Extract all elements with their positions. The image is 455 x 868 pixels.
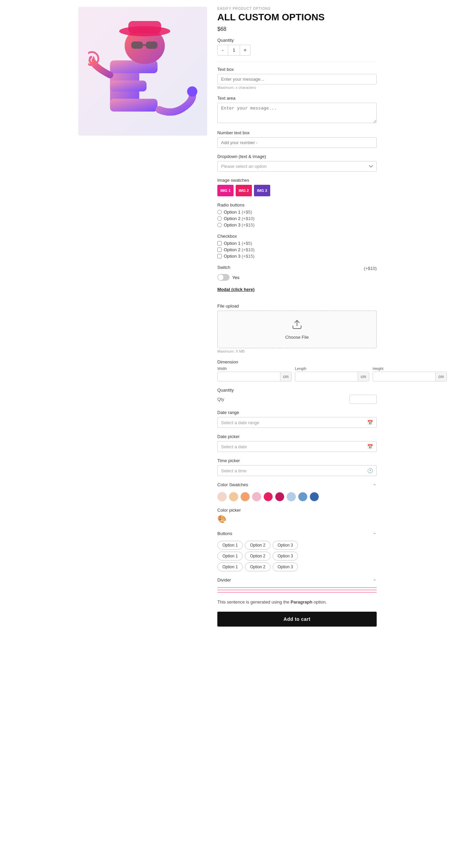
buttons-header[interactable]: Buttons ⌃	[217, 531, 377, 538]
color-swatches-header[interactable]: Color Swatches ⌃	[217, 482, 377, 489]
btn-row1-opt1[interactable]: Option 1	[217, 541, 243, 550]
btn-row2-opt3[interactable]: Option 3	[273, 552, 298, 560]
svg-rect-6	[128, 21, 161, 33]
color-swatch-1[interactable]	[217, 492, 227, 501]
textbox-input[interactable]	[217, 74, 377, 84]
color-swatch-2[interactable]	[229, 492, 238, 501]
color-swatches-grid	[217, 492, 377, 501]
checkbox-option-1: Option 1 (+$5)	[217, 241, 377, 246]
color-picker-section: Color picker 🎨	[217, 508, 377, 525]
file-upload-label: File upload	[217, 303, 377, 309]
radio-buttons-label: Radio buttons	[217, 202, 377, 208]
toggle-switch[interactable]	[217, 274, 230, 281]
img-swatch-3[interactable]: IMG 3	[254, 185, 270, 196]
color-picker-button[interactable]: 🎨	[217, 515, 228, 525]
width-input[interactable]	[218, 372, 280, 381]
date-picker-input[interactable]: Select a date 📅	[217, 441, 377, 452]
btn-row2-opt2[interactable]: Option 2	[245, 552, 270, 560]
color-swatch-6[interactable]	[275, 492, 284, 501]
checkbox-input-2[interactable]	[217, 248, 222, 252]
height-input[interactable]	[373, 372, 435, 381]
divider-header[interactable]: Divider ⌃	[217, 577, 377, 585]
color-swatch-8[interactable]	[298, 492, 308, 501]
switch-price: (+$10)	[364, 266, 377, 271]
buttons-label: Buttons	[217, 531, 232, 536]
radio-buttons-section: Radio buttons Option 1 (+$5) Option 2 (+…	[217, 202, 377, 228]
number-textbox-input[interactable]	[217, 137, 377, 148]
qty-decrement-button[interactable]: -	[218, 45, 228, 55]
btn-row3-opt1[interactable]: Option 1	[217, 563, 243, 571]
dropdown-select[interactable]: Please select an option Option 1 Option …	[217, 161, 377, 172]
time-picker-input[interactable]: Select a time 🕐	[217, 465, 377, 476]
date-range-input[interactable]: Select a date range 📅	[217, 417, 377, 428]
date-picker-section: Date picker Select a date 📅	[217, 434, 377, 452]
color-picker-label: Color picker	[217, 508, 377, 513]
textbox-label: Text box	[217, 67, 377, 72]
add-to-cart-button[interactable]: Add to cart	[217, 612, 377, 627]
quantity2-label: Quantity	[217, 388, 377, 393]
radio-option-2: Option 2 (+$10)	[217, 216, 377, 221]
length-input[interactable]	[295, 372, 358, 381]
checkbox-label: Checkbox	[217, 234, 377, 239]
file-upload-box[interactable]: Choose File	[217, 311, 377, 348]
dimension-row: Width cm Length cm Height	[217, 367, 377, 381]
btn-row2-opt1[interactable]: Option 1	[217, 552, 243, 560]
textarea-input[interactable]	[217, 103, 377, 123]
divider-section: Divider ⌃	[217, 577, 377, 593]
switch-section: Switch (+$10) Yes	[217, 265, 377, 281]
paragraph-text: This sentence is generated using the Par…	[217, 599, 377, 606]
img-swatch-1[interactable]: IMG 1	[217, 185, 234, 196]
height-input-wrap: cm	[373, 372, 447, 381]
color-swatches-label: Color Swatches	[217, 482, 248, 487]
length-label: Length	[295, 367, 369, 371]
color-swatch-5[interactable]	[263, 492, 273, 501]
dropdown-label: Dropdown (text & image)	[217, 154, 377, 159]
color-swatch-3[interactable]	[240, 492, 250, 501]
product-details-col: EASIFY PRODUCT OPTIONS ALL CUSTOM OPTION…	[217, 7, 377, 627]
product-image-container	[78, 7, 207, 136]
length-input-wrap: cm	[295, 372, 369, 381]
btn-row1-opt3[interactable]: Option 3	[273, 541, 298, 550]
length-field: Length cm	[295, 367, 369, 381]
btn-row3-opt3[interactable]: Option 3	[273, 563, 298, 571]
divider-line-1	[217, 587, 377, 588]
dimension-label: Dimension	[217, 359, 377, 364]
img-swatch-2[interactable]: IMG 2	[236, 185, 252, 196]
time-picker-section: Time picker Select a time 🕐	[217, 458, 377, 476]
svg-rect-2	[110, 80, 146, 91]
btn-row1-opt2[interactable]: Option 2	[245, 541, 270, 550]
checkbox-label-3: Option 3 (+$15)	[224, 254, 255, 259]
switch-value-label: Yes	[232, 275, 239, 280]
date-range-section: Date range Select a date range 📅	[217, 410, 377, 428]
btn-row3-opt2[interactable]: Option 2	[245, 563, 270, 571]
svg-rect-8	[146, 41, 157, 49]
radio-input-3[interactable]	[217, 223, 222, 227]
modal-link[interactable]: Modal (click here)	[217, 287, 255, 292]
paragraph-after: option.	[312, 599, 327, 605]
buttons-row-1: Option 1 Option 2 Option 3	[217, 541, 377, 550]
file-upload-hint: Maximum: X MB	[217, 349, 377, 353]
buttons-row-3: Option 1 Option 2 Option 3	[217, 563, 377, 571]
color-swatch-7[interactable]	[286, 492, 296, 501]
paragraph-highlighted: Paragraph	[291, 599, 312, 605]
radio-input-1[interactable]	[217, 210, 222, 214]
checkbox-input-1[interactable]	[217, 241, 222, 245]
radio-input-2[interactable]	[217, 216, 222, 221]
divider-label: Divider	[217, 577, 231, 583]
brand-label: EASIFY PRODUCT OPTIONS	[217, 7, 377, 11]
qty-increment-button[interactable]: +	[240, 45, 250, 55]
radio-label-2: Option 2 (+$10)	[224, 216, 255, 221]
quantity2-input[interactable]	[350, 395, 377, 404]
color-swatch-4[interactable]	[252, 492, 261, 501]
dropdown-section: Dropdown (text & image) Please select an…	[217, 154, 377, 172]
checkbox-input-3[interactable]	[217, 254, 222, 258]
svg-point-12	[187, 86, 197, 96]
product-image-col	[78, 7, 207, 627]
radio-option-3: Option 3 (+$15)	[217, 222, 377, 228]
modal-section: Modal (click here)	[217, 287, 377, 297]
width-input-wrap: cm	[217, 372, 292, 381]
date-picker-label: Date picker	[217, 434, 377, 439]
color-swatch-9[interactable]	[310, 492, 319, 501]
image-swatches-section: Image swatches IMG 1 IMG 2 IMG 3	[217, 178, 377, 196]
divider-chevron-up-icon: ⌃	[373, 578, 377, 584]
